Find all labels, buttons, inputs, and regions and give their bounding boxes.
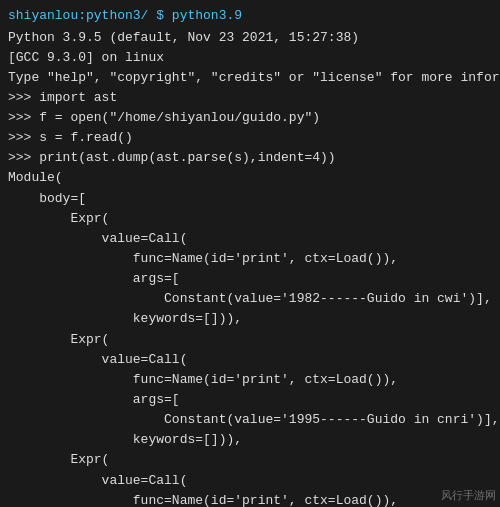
terminal-line: Expr( <box>8 330 492 350</box>
terminal-line: >>> print(ast.dump(ast.parse(s),indent=4… <box>8 148 492 168</box>
terminal-line: args=[ <box>8 390 492 410</box>
terminal-window: shiyanlou:python3/ $ python3.9 Python 3.… <box>0 0 500 507</box>
terminal-line: Constant(value='1995------Guido in cnri'… <box>8 410 492 430</box>
terminal-line: >>> s = f.read() <box>8 128 492 148</box>
terminal-line: args=[ <box>8 269 492 289</box>
terminal-line: value=Call( <box>8 471 492 491</box>
terminal-line: [GCC 9.3.0] on linux <box>8 48 492 68</box>
terminal-line: func=Name(id='print', ctx=Load()), <box>8 370 492 390</box>
terminal-line: >>> f = open("/home/shiyanlou/guido.py") <box>8 108 492 128</box>
terminal-title: shiyanlou:python3/ $ python3.9 <box>8 6 492 26</box>
terminal-line: Constant(value='1982------Guido in cwi')… <box>8 289 492 309</box>
terminal-line: keywords=[])), <box>8 430 492 450</box>
watermark: 风行手游网 <box>441 488 496 503</box>
terminal-line: func=Name(id='print', ctx=Load()), <box>8 491 492 507</box>
terminal-line: Type "help", "copyright", "credits" or "… <box>8 68 492 88</box>
terminal-line: Module( <box>8 168 492 188</box>
terminal-line: >>> import ast <box>8 88 492 108</box>
terminal-output: Python 3.9.5 (default, Nov 23 2021, 15:2… <box>8 28 492 508</box>
terminal-line: Python 3.9.5 (default, Nov 23 2021, 15:2… <box>8 28 492 48</box>
terminal-line: body=[ <box>8 189 492 209</box>
terminal-line: value=Call( <box>8 350 492 370</box>
terminal-line: value=Call( <box>8 229 492 249</box>
terminal-line: keywords=[])), <box>8 309 492 329</box>
terminal-line: Expr( <box>8 450 492 470</box>
terminal-line: Expr( <box>8 209 492 229</box>
terminal-line: func=Name(id='print', ctx=Load()), <box>8 249 492 269</box>
